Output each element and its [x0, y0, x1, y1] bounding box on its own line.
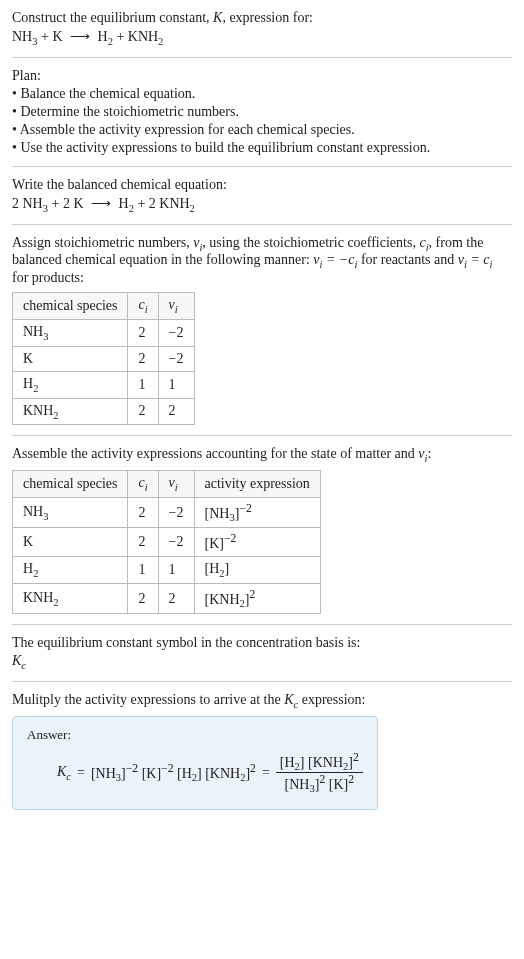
plan-item: • Determine the stoichiometric numbers.	[12, 104, 512, 120]
plan-item: • Balance the chemical equation.	[12, 86, 512, 102]
cell: −2	[158, 319, 194, 346]
cell: NH3	[13, 497, 128, 527]
plan-item: • Use the activity expressions to build …	[12, 140, 512, 156]
cell: −2	[158, 528, 194, 557]
cell: KNH2	[13, 398, 128, 425]
cell: NH3	[13, 319, 128, 346]
balanced-heading: Write the balanced chemical equation:	[12, 177, 512, 193]
cell: 1	[158, 371, 194, 398]
title-equation: NH3 + K ⟶ H2 + KNH2	[12, 28, 512, 47]
text: Assemble the activity expressions accoun…	[12, 446, 418, 461]
cell: [H2]	[194, 557, 320, 584]
title-line: Construct the equilibrium constant, K, e…	[12, 10, 512, 26]
fraction-denominator: [NH3]2 [K]2	[276, 773, 363, 794]
multiply-text: Mulitply the activity expressions to arr…	[12, 692, 512, 710]
cell: −2	[158, 346, 194, 371]
cell: −2	[158, 497, 194, 527]
assign-text: Assign stoichiometric numbers, νi, using…	[12, 235, 512, 287]
divider	[12, 166, 512, 167]
cell: H2	[13, 557, 128, 584]
fraction-numerator: [H2] [KNH2]2	[276, 751, 363, 773]
cell: [NH3]−2	[194, 497, 320, 527]
col-species: chemical species	[13, 471, 128, 498]
title-text-b: , expression for:	[222, 10, 313, 25]
table-header-row: chemical species ci νi activity expressi…	[13, 471, 321, 498]
plan-heading: Plan:	[12, 68, 512, 84]
cell: 2	[158, 398, 194, 425]
table-row: H211	[13, 371, 195, 398]
table-header-row: chemical species ci νi	[13, 293, 195, 320]
answer-box: Answer: Kc = [NH3]−2 [K]−2 [H2] [KNH2]2 …	[12, 716, 378, 810]
assemble-text: Assemble the activity expressions accoun…	[12, 446, 512, 464]
formula: νi = ci	[458, 252, 493, 267]
col-activity: activity expression	[194, 471, 320, 498]
balanced-block: Write the balanced chemical equation: 2 …	[12, 177, 512, 214]
formula: νi = −ci	[313, 252, 357, 267]
equals: =	[77, 765, 85, 781]
cell: 1	[158, 557, 194, 584]
cell: 2	[158, 583, 194, 613]
balanced-equation: 2 NH3 + 2 K ⟶ H2 + 2 KNH2	[12, 195, 512, 214]
text: Assign stoichiometric numbers,	[12, 235, 193, 250]
cell: [KNH2]2	[194, 583, 320, 613]
col-ci: ci	[128, 471, 158, 498]
cell: [K]−2	[194, 528, 320, 557]
cell: K	[13, 528, 128, 557]
answer-lhs: Kc	[57, 764, 71, 782]
divider	[12, 224, 512, 225]
text: for reactants and	[357, 252, 457, 267]
multiply-block: Mulitply the activity expressions to arr…	[12, 692, 512, 810]
table-row: H211[H2]	[13, 557, 321, 584]
cell: 2	[128, 528, 158, 557]
cell: K	[13, 346, 128, 371]
symbol-value: Kc	[12, 653, 512, 671]
symbol-text: The equilibrium constant symbol in the c…	[12, 635, 512, 651]
text: expression:	[298, 692, 365, 707]
title-block: Construct the equilibrium constant, K, e…	[12, 10, 512, 47]
cell: 1	[128, 557, 158, 584]
symbol-block: The equilibrium constant symbol in the c…	[12, 635, 512, 671]
title-k: K	[213, 10, 222, 25]
cell: 2	[128, 319, 158, 346]
table-row: K2−2[K]−2	[13, 528, 321, 557]
cell: 1	[128, 371, 158, 398]
col-nui: νi	[158, 471, 194, 498]
cell: 2	[128, 583, 158, 613]
activity-block: Assemble the activity expressions accoun…	[12, 446, 512, 614]
divider	[12, 624, 512, 625]
col-species: chemical species	[13, 293, 128, 320]
cell: 2	[128, 398, 158, 425]
assign-block: Assign stoichiometric numbers, νi, using…	[12, 235, 512, 426]
equals: =	[262, 765, 270, 781]
c-i: ci	[419, 235, 428, 250]
col-ci: ci	[128, 293, 158, 320]
text: Mulitply the activity expressions to arr…	[12, 692, 284, 707]
table-row: K2−2	[13, 346, 195, 371]
divider	[12, 681, 512, 682]
cell: H2	[13, 371, 128, 398]
text: :	[427, 446, 431, 461]
title-text-a: Construct the equilibrium constant,	[12, 10, 213, 25]
table-row: KNH222[KNH2]2	[13, 583, 321, 613]
answer-equation: Kc = [NH3]−2 [K]−2 [H2] [KNH2]2 = [H2] […	[27, 751, 363, 795]
activity-table: chemical species ci νi activity expressi…	[12, 470, 321, 614]
table-row: NH32−2[NH3]−2	[13, 497, 321, 527]
answer-label: Answer:	[27, 727, 363, 743]
table-row: NH32−2	[13, 319, 195, 346]
plan-block: Plan: • Balance the chemical equation. •…	[12, 68, 512, 156]
text: , using the stoichiometric coefficients,	[202, 235, 419, 250]
col-nui: νi	[158, 293, 194, 320]
cell: 2	[128, 346, 158, 371]
stoich-table: chemical species ci νi NH32−2 K2−2 H211 …	[12, 292, 195, 425]
divider	[12, 57, 512, 58]
divider	[12, 435, 512, 436]
table-row: KNH222	[13, 398, 195, 425]
plan-item: • Assemble the activity expression for e…	[12, 122, 512, 138]
text: for products:	[12, 270, 84, 285]
answer-product: [NH3]−2 [K]−2 [H2] [KNH2]2	[91, 762, 256, 783]
cell: KNH2	[13, 583, 128, 613]
nu-i: νi	[193, 235, 202, 250]
answer-fraction: [H2] [KNH2]2 [NH3]2 [K]2	[276, 751, 363, 795]
cell: 2	[128, 497, 158, 527]
kc: Kc	[284, 692, 298, 707]
